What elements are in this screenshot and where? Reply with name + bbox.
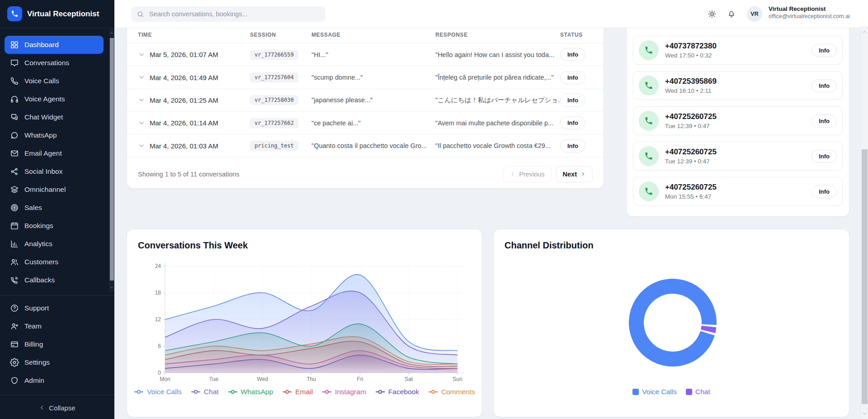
sidebar-item-admin[interactable]: Admin — [5, 371, 104, 390]
sidebar-item-email-agent[interactable]: Email Agent — [5, 144, 104, 162]
legend-item-instagram[interactable]: Instagram — [322, 388, 366, 396]
sidebar-item-label: Settings — [24, 358, 50, 367]
info-button[interactable]: Info — [560, 116, 585, 129]
info-button[interactable]: Info — [811, 79, 837, 92]
call-item--40725395869: +40725395869 Wed 16:10 • 2:11 Info — [633, 71, 843, 100]
info-button[interactable]: Info — [560, 48, 585, 61]
sidebar-item-analytics[interactable]: Analytics — [5, 235, 104, 253]
expand-row-chevron-icon[interactable] — [138, 119, 145, 127]
sidebar-item-label: Chat Widget — [24, 113, 63, 121]
conversation-time: Mar 4, 2026, 01:49 AM — [150, 74, 218, 81]
chevron-up-icon[interactable] — [861, 28, 868, 35]
collapse-sidebar-button[interactable]: Collapse — [0, 398, 114, 417]
legend-item-chat[interactable]: Chat — [191, 388, 219, 396]
sidebar-item-voice-agents[interactable]: Voice Agents — [5, 90, 104, 108]
page-scrollbar-thumb[interactable] — [862, 149, 868, 404]
chevron-down-icon[interactable] — [109, 284, 114, 290]
sidebar-item-label: WhatsApp — [24, 131, 57, 139]
svg-text:Thu: Thu — [307, 376, 316, 382]
legend-item-facebook[interactable]: Facebook — [375, 388, 419, 396]
column-message: MESSAGE — [311, 32, 435, 38]
line-point-marker-icon — [375, 389, 385, 395]
sidebar-item-label: Voice Calls — [24, 77, 59, 85]
sidebar-scrollbar[interactable] — [109, 29, 114, 292]
legend-item-voice-calls[interactable]: Voice Calls — [632, 388, 677, 396]
info-button[interactable]: Info — [811, 44, 837, 57]
expand-row-chevron-icon[interactable] — [138, 51, 145, 58]
sidebar-item-omnichannel[interactable]: Omnichannel — [5, 181, 104, 199]
sidebar-item-label: Conversations — [24, 59, 69, 67]
chevron-up-icon[interactable] — [109, 30, 114, 36]
theme-toggle-button[interactable] — [706, 8, 718, 20]
phone-call-icon — [639, 76, 659, 95]
sidebar-item-bookings[interactable]: Bookings — [5, 217, 104, 235]
legend-item-voice-calls[interactable]: Voice Calls — [134, 388, 182, 396]
sidebar-item-dashboard[interactable]: Dashboard — [5, 36, 104, 54]
table-header-row: TIME SESSION MESSAGE RESPONSE STATUS — [127, 26, 604, 43]
sidebar-item-social-inbox[interactable]: Social Inbox — [5, 162, 104, 181]
legend-label: Comments — [441, 388, 475, 396]
legend-swatch — [686, 389, 692, 395]
chat-widget-icon — [10, 113, 19, 122]
chevron-down-icon[interactable] — [861, 410, 868, 417]
info-button[interactable]: Info — [811, 185, 837, 198]
sidebar-item-voice-calls[interactable]: Voice Calls — [5, 72, 104, 90]
sidebar-item-sales[interactable]: Sales — [5, 199, 104, 217]
omnichannel-icon — [10, 185, 19, 194]
avatar[interactable]: VR — [747, 6, 762, 22]
sidebar-item-label: Omnichannel — [24, 186, 66, 194]
info-button[interactable]: Info — [811, 150, 837, 163]
sidebar-item-label: Team — [24, 322, 42, 330]
notifications-button[interactable] — [725, 8, 738, 20]
sidebar-scrollbar-thumb[interactable] — [110, 38, 114, 281]
legend-item-chat[interactable]: Chat — [686, 388, 710, 396]
sidebar-item-chat-widget[interactable]: Chat Widget — [5, 108, 104, 126]
conversation-message: "HI..." — [311, 51, 435, 58]
table-body: Mar 5, 2026, 01:07 AM vr_177266559 "HI..… — [127, 43, 604, 157]
conversation-response: "Înțeleg că prețurile pot părea ridicate… — [435, 74, 560, 81]
info-button[interactable]: Info — [811, 114, 837, 128]
sidebar-item-billing[interactable]: Billing — [5, 335, 104, 353]
conversation-message: "ce pachete ai..." — [311, 119, 435, 127]
line-point-marker-icon — [282, 389, 292, 395]
info-button[interactable]: Info — [560, 139, 585, 152]
info-button[interactable]: Info — [560, 94, 585, 107]
sidebar-item-team[interactable]: Team — [5, 317, 104, 335]
conversations-icon — [10, 58, 19, 67]
sidebar-item-conversations[interactable]: Conversations — [5, 54, 104, 72]
legend-label: Instagram — [335, 388, 366, 396]
svg-text:Sat: Sat — [405, 376, 413, 382]
previous-page-button[interactable]: Previous — [503, 166, 551, 182]
team-icon — [10, 322, 19, 331]
search-input[interactable] — [148, 10, 320, 18]
sidebar-secondary-nav: Support Team Billing Settings Admin — [0, 299, 109, 390]
customers-icon — [10, 257, 19, 267]
conversation-response: "Il pacchetto vocale Growth costa €29... — [435, 142, 560, 149]
conversation-response: "こんにちは！私はバーチャルレセプショ... — [435, 96, 560, 105]
expand-row-chevron-icon[interactable] — [138, 96, 145, 104]
info-button[interactable]: Info — [560, 71, 585, 84]
pagination-summary: Showing 1 to 5 of 11 conversations — [138, 171, 240, 178]
expand-row-chevron-icon[interactable] — [138, 74, 145, 81]
call-meta: Wed 16:10 • 2:11 — [665, 87, 717, 94]
phone-call-icon — [639, 111, 659, 131]
admin-icon — [10, 376, 19, 385]
sidebar-item-whatsapp[interactable]: WhatsApp — [5, 126, 104, 144]
svg-text:0: 0 — [158, 370, 161, 376]
donut-chart-legend: Voice Calls Chat — [494, 388, 849, 396]
sidebar-item-callbacks[interactable]: Callbacks — [5, 271, 104, 289]
chevron-right-icon — [580, 171, 586, 177]
expand-row-chevron-icon[interactable] — [138, 142, 145, 149]
legend-item-email[interactable]: Email — [282, 388, 313, 396]
legend-item-comments[interactable]: Comments — [428, 388, 475, 396]
app-title: Virtual Receptionist — [27, 10, 99, 19]
next-page-button[interactable]: Next — [556, 166, 593, 182]
legend-item-whatsapp[interactable]: WhatsApp — [228, 388, 274, 396]
sidebar-item-customers[interactable]: Customers — [5, 253, 104, 271]
line-point-marker-icon — [134, 389, 144, 395]
sidebar-item-settings[interactable]: Settings — [5, 353, 104, 371]
sidebar-item-support[interactable]: Support — [5, 299, 104, 317]
recent-calls-panel: +40737872380 Wed 17:50 • 0:32 Info +4072… — [626, 26, 849, 217]
page-scrollbar[interactable] — [860, 26, 868, 419]
app-logo[interactable]: Virtual Receptionist — [0, 0, 114, 28]
